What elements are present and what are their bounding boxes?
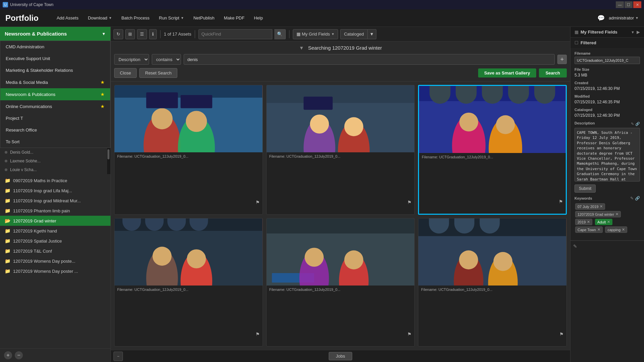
keyword-capping-remove[interactable]: ✕ bbox=[622, 227, 625, 232]
right-panel-dropdown-button[interactable]: ▼ bbox=[631, 30, 635, 34]
add-search-row-button[interactable]: + bbox=[557, 55, 567, 64]
refresh-button[interactable]: ↻ bbox=[113, 29, 123, 39]
remove-folder-button[interactable]: − bbox=[15, 351, 23, 359]
grid-item-3-flag-icon[interactable]: ⚑ bbox=[559, 199, 563, 204]
menu-batch-process[interactable]: Batch Process bbox=[117, 13, 154, 22]
keywords-link-icon[interactable]: 🔗 bbox=[635, 196, 640, 201]
grid-item-5[interactable]: Filename: UCTGraduation_12July2019_0... … bbox=[266, 218, 415, 347]
menu-download[interactable]: Download ▼ bbox=[83, 13, 117, 22]
filename-input[interactable] bbox=[574, 57, 640, 64]
description-submit-button[interactable]: Submit bbox=[574, 185, 596, 193]
folder-12072019-grad-winter[interactable]: 📂 12072019 Grad winter bbox=[0, 216, 110, 226]
search-execute-button[interactable]: Search bbox=[539, 68, 567, 77]
folder-12072019-womens-2[interactable]: 📁 12072019 Womens Day poster ... bbox=[0, 266, 110, 276]
sidebar-item-executive-support[interactable]: Executive Support Unit bbox=[0, 53, 110, 64]
app-icon: U bbox=[3, 2, 8, 7]
folder-12072019-kgethi[interactable]: 📁 12072019 Kgethi hand bbox=[0, 226, 110, 236]
minimize-button[interactable]: — bbox=[616, 1, 624, 8]
sidebar-item-research-office[interactable]: Research Office bbox=[0, 124, 110, 136]
menu-help[interactable]: Help bbox=[249, 13, 268, 22]
keyword-2019-remove[interactable]: ✕ bbox=[587, 220, 590, 224]
modified-field: Modified 07/15/2019, 12:46:35 PM bbox=[574, 94, 640, 104]
cataloged-down-icon: ▼ bbox=[370, 32, 374, 37]
grid-item-6-image bbox=[418, 218, 566, 286]
keyword-adult-remove[interactable]: ✕ bbox=[607, 220, 610, 224]
grid-item-1-flag-icon[interactable]: ⚑ bbox=[256, 200, 260, 205]
person-dot-icon bbox=[5, 151, 7, 154]
svg-point-23 bbox=[459, 113, 478, 132]
list-view-button[interactable]: ☰ bbox=[137, 29, 147, 39]
sidebar-item-media-social[interactable]: Media & Social Media ★ bbox=[0, 76, 110, 88]
grid-item-2[interactable]: Filename: UCTGraduation_12July2019_0... … bbox=[266, 85, 415, 215]
folder-12072019-tel-conf[interactable]: 📁 12072019 T&L Conf bbox=[0, 246, 110, 256]
maximize-button[interactable]: ☐ bbox=[625, 1, 633, 8]
grid-item-4-flag-icon[interactable]: ⚑ bbox=[256, 331, 260, 337]
grid-item-4[interactable]: Filename: UCTGraduation_12July2019_0... … bbox=[114, 218, 263, 347]
grid-item-5-flag-icon[interactable]: ⚑ bbox=[407, 331, 412, 337]
sidebar-item-project-t[interactable]: Project T bbox=[0, 112, 110, 124]
menu-run-script[interactable]: Run Script ▼ bbox=[154, 13, 189, 22]
folder-11072019-mildreat[interactable]: 📁 11072019 Insp grad Mildreat Mur... bbox=[0, 196, 110, 206]
search-operator-select[interactable]: contains bbox=[152, 54, 181, 65]
admin-label[interactable]: administrator ▼ bbox=[609, 15, 639, 20]
right-panel-edit-icon[interactable]: ✎ bbox=[573, 244, 577, 249]
admin-arrow-icon: ▼ bbox=[635, 16, 639, 20]
folder-11072019-lifa[interactable]: 📁 11072019 Insp grad Lifa Maj... bbox=[0, 186, 110, 196]
grid-view-button[interactable]: ⊞ bbox=[125, 29, 135, 39]
person-item-2[interactable]: Laxmee Sobhe... bbox=[0, 157, 107, 165]
grid-item-3[interactable]: Filename: UCTGraduation_12July2019_0... … bbox=[418, 85, 567, 215]
collapse-search-button[interactable]: ▼ bbox=[299, 45, 304, 51]
sidebar-item-to-sort[interactable]: To Sort bbox=[0, 136, 110, 148]
folder-11072019-phantom[interactable]: 📁 11072019 Phantom limb pain bbox=[0, 206, 110, 216]
jobs-button[interactable]: Jobs bbox=[329, 352, 352, 360]
folder-09072019-maths[interactable]: 📁 09072019 Maths in Practice bbox=[0, 175, 110, 186]
description-textarea[interactable]: CAPE TOWN, South Africa - Friday 12 July… bbox=[574, 128, 640, 182]
grid-item-6[interactable]: Filename: UCTGraduation_12July2019_0... … bbox=[418, 218, 567, 347]
person-item-1[interactable]: Denis Gold... bbox=[0, 148, 107, 157]
grid-area: Filename: UCTGraduation_12July2019_0... … bbox=[111, 82, 570, 350]
online-comms-star-icon: ★ bbox=[100, 104, 105, 109]
grid-item-6-flag-icon[interactable]: ⚑ bbox=[559, 331, 564, 337]
description-link-icon[interactable]: 🔗 bbox=[635, 122, 640, 126]
description-edit-icon[interactable]: ✎ bbox=[631, 122, 634, 126]
sidebar-item-cmd-administration[interactable]: CMD Administration bbox=[0, 41, 110, 53]
reset-search-button[interactable]: Reset Search bbox=[139, 68, 177, 78]
person-item-3[interactable]: Louie v Scha... bbox=[0, 165, 107, 174]
folder-12072019-spatial[interactable]: 📁 12072019 Spatial Justice bbox=[0, 236, 110, 246]
close-search-button[interactable]: Close bbox=[114, 68, 137, 78]
menu-netpublish[interactable]: NetPublish bbox=[189, 13, 219, 22]
save-gallery-button[interactable]: Save as Smart Gallery bbox=[478, 68, 536, 77]
grid-item-2-flag-icon[interactable]: ⚑ bbox=[407, 200, 412, 205]
quickfind-input[interactable] bbox=[198, 29, 272, 39]
close-button[interactable]: ✕ bbox=[633, 1, 641, 8]
search-row: Description contains + bbox=[114, 54, 567, 65]
grid-fields-button[interactable]: ▦ My Grid Fields ▼ bbox=[293, 29, 338, 39]
menu-make-pdf[interactable]: Make PDF bbox=[219, 13, 249, 22]
toolbar-separator bbox=[160, 30, 160, 38]
sidebar-header[interactable]: Newsroom & Publications ▼ bbox=[0, 27, 110, 41]
menu-add-assets[interactable]: Add Assets bbox=[52, 13, 83, 22]
keyword-grad-winter: 12072019 Grad winter ✕ bbox=[575, 211, 621, 217]
add-folder-button[interactable]: + bbox=[4, 351, 12, 359]
keywords-edit-icon[interactable]: ✎ bbox=[630, 196, 634, 201]
cataloged-button[interactable]: Cataloged bbox=[340, 29, 367, 39]
right-panel-expand-button[interactable]: ▶ bbox=[637, 30, 640, 35]
cataloged-arrow-button[interactable]: ▼ bbox=[368, 29, 376, 39]
sidebar-item-online-comms[interactable]: Online Communications ★ bbox=[0, 100, 110, 112]
minus-zoom-button[interactable]: − bbox=[113, 352, 123, 361]
search-field-select[interactable]: Description bbox=[114, 54, 149, 65]
chat-icon[interactable]: 💬 bbox=[597, 14, 605, 22]
keyword-07-july-remove[interactable]: ✕ bbox=[600, 204, 603, 209]
svg-rect-14 bbox=[304, 97, 333, 110]
sidebar-item-marketing[interactable]: Marketing & Stakeholder Relations bbox=[0, 64, 110, 76]
quickfind-search-button[interactable]: 🔍 bbox=[274, 29, 286, 39]
info-button[interactable]: ℹ bbox=[149, 29, 157, 39]
keyword-cape-town-remove[interactable]: ✕ bbox=[597, 227, 600, 232]
sidebar-item-newsroom[interactable]: Newsroom & Publications ★ bbox=[0, 88, 110, 100]
keyword-grad-winter-remove[interactable]: ✕ bbox=[615, 212, 618, 216]
toolbar: ↻ ⊞ ☰ ℹ 1 of 17 Assets 🔍 ▦ My Grid Field… bbox=[111, 27, 570, 42]
folder-12072019-womens-1[interactable]: 📁 12072019 Womens Day poste... bbox=[0, 256, 110, 266]
grid-item-1[interactable]: Filename: UCTGraduation_12July2019_0... … bbox=[114, 85, 263, 215]
svg-point-33 bbox=[152, 247, 172, 266]
search-value-input[interactable] bbox=[184, 54, 555, 65]
